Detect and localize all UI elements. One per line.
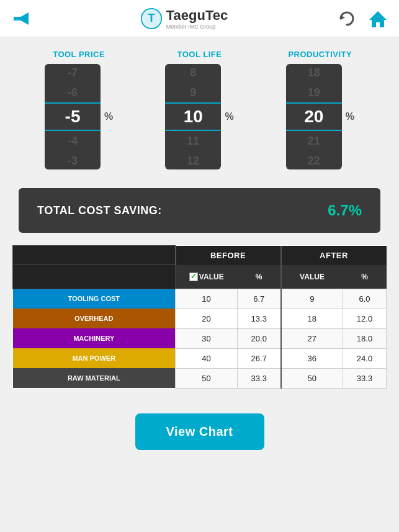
row-label: TOOLING COST — [13, 289, 176, 309]
productivity-spinner[interactable]: PRODUCTIVITY 18 19 20 21 22 % — [260, 50, 380, 169]
before-header: BEFORE — [176, 246, 281, 265]
before-value-cell: 40 — [176, 348, 238, 368]
svg-marker-5 — [341, 16, 345, 20]
logo-text: TaeguTec — [166, 7, 228, 23]
total-saving-label: TOTAL COST SAVING: — [37, 204, 162, 217]
after-value-cell: 18 — [281, 309, 343, 328]
productivity-label: PRODUCTIVITY — [288, 50, 352, 59]
before-pct-cell: 6.7 — [238, 289, 281, 309]
drum-item-selected: 20 — [286, 102, 342, 131]
refresh-button[interactable] — [336, 7, 358, 30]
tool-life-unit: % — [225, 111, 233, 122]
before-value-header: ✓ VALUE — [176, 265, 238, 289]
tool-life-drum[interactable]: 8 9 10 11 12 — [165, 64, 221, 169]
tool-life-label: TOOL LIFE — [177, 50, 222, 59]
drum-item: -3 — [45, 151, 101, 169]
after-header: AFTER — [281, 246, 387, 265]
btn-section: View Chart — [0, 401, 399, 469]
app-header: T TaeguTec Member IMC Group — [0, 0, 399, 37]
before-value-cell: 10 — [176, 289, 238, 309]
before-value-cell: 30 — [176, 328, 238, 348]
table-row: MAN POWER 40 26.7 36 24.0 — [13, 348, 387, 368]
after-value-cell: 50 — [281, 368, 343, 388]
drum-item: -6 — [45, 83, 101, 102]
row-label: OVERHEAD — [13, 309, 176, 328]
before-value-cell: 50 — [176, 368, 238, 388]
before-pct-header: % — [238, 265, 281, 289]
logo: T TaeguTec Member IMC Group — [140, 7, 228, 30]
after-pct-header: % — [343, 265, 387, 289]
productivity-unit: % — [346, 111, 354, 122]
drum-item-selected: 10 — [165, 102, 221, 131]
back-button[interactable] — [10, 7, 32, 30]
empty-subheader — [13, 265, 176, 289]
before-pct-cell: 13.3 — [238, 309, 281, 328]
cost-table: BEFORE AFTER ✓ VALUE % VALUE % TOOLING C… — [12, 245, 387, 389]
svg-marker-6 — [369, 11, 387, 27]
empty-header — [13, 246, 176, 265]
after-pct-cell: 6.0 — [343, 289, 387, 309]
view-chart-button[interactable]: View Chart — [135, 413, 264, 450]
total-saving-value: 6.7% — [328, 202, 362, 219]
spinners-section: TOOL PRICE -7 -6 -5 -4 -3 % TOOL LIFE 8 … — [0, 37, 399, 176]
home-button[interactable] — [367, 7, 389, 30]
after-value-cell: 9 — [281, 289, 343, 309]
before-pct-cell: 33.3 — [238, 368, 281, 388]
tool-price-label: TOOL PRICE — [53, 50, 105, 59]
before-pct-cell: 20.0 — [238, 328, 281, 348]
after-value-header: VALUE — [281, 265, 343, 289]
drum-item: 9 — [165, 83, 221, 102]
svg-rect-1 — [14, 17, 25, 20]
table-row: OVERHEAD 20 13.3 18 12.0 — [13, 309, 387, 328]
productivity-drum[interactable]: 18 19 20 21 22 — [286, 64, 342, 169]
table-row: TOOLING COST 10 6.7 9 6.0 — [13, 289, 387, 309]
drum-item: 8 — [165, 64, 221, 83]
row-label: MAN POWER — [13, 348, 176, 368]
logo-sub: Member IMC Group — [166, 24, 228, 30]
before-value-checkbox-cell: ✓ VALUE — [178, 269, 235, 285]
tool-price-unit: % — [104, 111, 113, 122]
tool-price-drum[interactable]: -7 -6 -5 -4 -3 — [45, 64, 101, 169]
drum-item: 21 — [286, 131, 342, 151]
tool-price-spinner[interactable]: TOOL PRICE -7 -6 -5 -4 -3 % — [19, 50, 139, 169]
drum-item: 12 — [165, 151, 221, 169]
after-pct-cell: 24.0 — [343, 348, 387, 368]
after-pct-cell: 33.3 — [343, 368, 387, 388]
drum-item-selected: -5 — [45, 102, 101, 131]
after-pct-cell: 18.0 — [343, 328, 387, 348]
drum-item: 18 — [286, 64, 342, 83]
header-actions — [336, 7, 389, 30]
row-label: RAW MATERIAL — [13, 368, 176, 388]
total-saving-section: TOTAL COST SAVING: 6.7% — [19, 188, 380, 233]
value-checkbox[interactable]: ✓ — [189, 273, 198, 281]
before-value-label: VALUE — [199, 273, 224, 281]
before-pct-cell: 26.7 — [238, 348, 281, 368]
logo-icon: T — [140, 7, 163, 30]
before-value-cell: 20 — [176, 309, 238, 328]
drum-item: -7 — [45, 64, 101, 83]
cost-table-section: BEFORE AFTER ✓ VALUE % VALUE % TOOLING C… — [12, 245, 387, 389]
drum-item: -4 — [45, 131, 101, 151]
drum-item: 11 — [165, 131, 221, 151]
after-value-cell: 27 — [281, 328, 343, 348]
table-row: MACHINERY 30 20.0 27 18.0 — [13, 328, 387, 348]
after-pct-cell: 12.0 — [343, 309, 387, 328]
table-row: RAW MATERIAL 50 33.3 50 33.3 — [13, 368, 387, 388]
after-value-cell: 36 — [281, 348, 343, 368]
tool-life-spinner[interactable]: TOOL LIFE 8 9 10 11 12 % — [139, 50, 259, 169]
drum-item: 19 — [286, 83, 342, 102]
drum-item: 22 — [286, 151, 342, 169]
row-label: MACHINERY — [13, 328, 176, 348]
svg-text:T: T — [148, 12, 155, 24]
